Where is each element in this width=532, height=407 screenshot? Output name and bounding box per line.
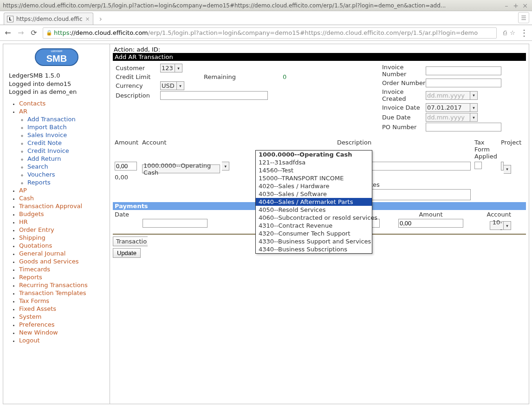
- dropdown-option[interactable]: 4330--Business Support and Services: [256, 237, 372, 245]
- nav-item[interactable]: Contacts: [19, 100, 108, 107]
- dropdown-option[interactable]: 4030--Sales / Software: [256, 190, 372, 198]
- nav-item[interactable]: Goods and Services: [19, 258, 108, 265]
- nav-link[interactable]: Quotations: [19, 242, 52, 249]
- currency-select-button[interactable]: [177, 81, 184, 90]
- line-amount-input[interactable]: [115, 162, 137, 171]
- nav-item[interactable]: Quotations: [19, 242, 108, 249]
- nav-item[interactable]: General Journal: [19, 250, 108, 257]
- tab-close-icon[interactable]: ×: [83, 16, 90, 22]
- nav-link[interactable]: Transaction Approval: [19, 203, 82, 210]
- nav-item[interactable]: HR: [19, 218, 108, 225]
- subnav-item[interactable]: Credit Invoice: [27, 147, 108, 154]
- nav-link[interactable]: Fixed Assets: [19, 305, 56, 312]
- po-number-input[interactable]: [426, 123, 501, 131]
- subnav-item[interactable]: Reports: [27, 179, 108, 186]
- nav-link[interactable]: System: [19, 313, 41, 320]
- nav-item[interactable]: Preferences: [19, 321, 108, 328]
- subnav-item[interactable]: Sales Invoice: [27, 131, 108, 138]
- nav-item[interactable]: Fixed Assets: [19, 305, 108, 312]
- reload-button[interactable]: ⟳: [30, 28, 38, 37]
- nav-link[interactable]: Timecards: [19, 266, 50, 273]
- browser-tab[interactable]: L https://demo.cloud.effic ×: [4, 13, 93, 25]
- subnav-item[interactable]: Import Batch: [27, 124, 108, 131]
- due-date-input[interactable]: dd.mm.yyyy: [426, 113, 470, 122]
- nav-item[interactable]: Logout: [19, 337, 108, 344]
- tax-form-checkbox[interactable]: [474, 162, 482, 169]
- subnav-link[interactable]: Search: [27, 163, 48, 170]
- nav-link[interactable]: Preferences: [19, 321, 54, 328]
- nav-link[interactable]: Shipping: [19, 234, 45, 241]
- dropdown-option[interactable]: 4320--Consumer Tech Support: [256, 230, 372, 237]
- nav-link[interactable]: General Journal: [19, 250, 65, 257]
- nav-link[interactable]: Recurring Transactions: [19, 282, 88, 289]
- nav-link[interactable]: Contacts: [19, 100, 45, 107]
- nav-link[interactable]: Transaction Templates: [19, 289, 86, 296]
- site-info-icon[interactable]: ⎙: [503, 29, 507, 36]
- address-bar[interactable]: 🔒 https ://demo.cloud.efficito.com /erp/…: [43, 27, 497, 39]
- subnav-link[interactable]: Credit Note: [27, 139, 62, 146]
- dropdown-option[interactable]: 1000.0000--Operating Cash: [256, 151, 372, 158]
- nav-item[interactable]: Tax Forms: [19, 297, 108, 304]
- invoice-created-input[interactable]: dd.mm.yyyy: [426, 91, 470, 100]
- subnav-item[interactable]: Add Return: [27, 155, 108, 162]
- nav-item[interactable]: Recurring Transactions: [19, 282, 108, 289]
- customer-select-button[interactable]: [175, 64, 182, 72]
- dropdown-option[interactable]: 4060--Subcontracted or resold services: [256, 214, 372, 222]
- bookmark-star-icon[interactable]: ☆: [510, 29, 515, 36]
- dropdown-option[interactable]: 4020--Sales / Hardware: [256, 182, 372, 190]
- dropdown-option[interactable]: 4310--Contract Revenue: [256, 222, 372, 230]
- window-close-button[interactable]: ×: [521, 2, 529, 9]
- subnav-link[interactable]: Vouchers: [27, 171, 55, 178]
- nav-item[interactable]: ARAdd TransactionImport BatchSales Invoi…: [19, 108, 108, 186]
- subnav-item[interactable]: Add Transaction: [27, 116, 108, 123]
- nav-link[interactable]: Reports: [19, 274, 42, 281]
- nav-item[interactable]: AP: [19, 187, 108, 194]
- dropdown-option[interactable]: 4040--Sales / Aftermarket Parts: [256, 198, 372, 206]
- line-account-select[interactable]: 1000.0000--Operating Cash: [142, 164, 220, 173]
- due-date-picker-button[interactable]: [470, 113, 478, 122]
- nav-item[interactable]: New Window: [19, 329, 108, 336]
- nav-link[interactable]: HR: [19, 218, 28, 225]
- description-input[interactable]: [160, 91, 268, 100]
- customer-select[interactable]: 123: [160, 64, 175, 72]
- project-select-button[interactable]: [504, 165, 511, 174]
- payment-source-input[interactable]: [143, 219, 208, 228]
- nav-link[interactable]: Cash: [19, 195, 34, 202]
- new-tab-button[interactable]: ›: [96, 14, 105, 23]
- account-dropdown-list[interactable]: 1000.0000--Operating Cash121--31sadfdsa1…: [255, 150, 372, 254]
- payment-account-select-button[interactable]: [504, 221, 511, 230]
- nav-link[interactable]: Goods and Services: [19, 258, 79, 265]
- back-button[interactable]: ←: [4, 28, 12, 37]
- nav-item[interactable]: Budgets: [19, 210, 108, 217]
- invoice-date-input[interactable]: 07.01.2017: [426, 103, 470, 112]
- line-account-select-button[interactable]: [222, 162, 229, 171]
- nav-link[interactable]: Logout: [19, 337, 40, 344]
- nav-link[interactable]: New Window: [19, 329, 58, 336]
- nav-link[interactable]: Budgets: [19, 210, 44, 217]
- update-button[interactable]: Update: [113, 248, 141, 258]
- subnav-link[interactable]: Reports: [27, 179, 51, 186]
- subnav-link[interactable]: Credit Invoice: [27, 147, 69, 154]
- nav-link[interactable]: Tax Forms: [19, 297, 49, 304]
- nav-item[interactable]: System: [19, 313, 108, 320]
- dropdown-option[interactable]: 4050--Resold Services: [256, 206, 372, 214]
- nav-link[interactable]: AR: [19, 108, 27, 115]
- subnav-item[interactable]: Search: [27, 163, 108, 170]
- browser-profile-button[interactable]: ☰: [518, 12, 529, 23]
- dropdown-option[interactable]: 15000--TRANSPORT INCOME: [256, 174, 372, 182]
- window-maximize-button[interactable]: +: [512, 2, 520, 9]
- nav-item[interactable]: Timecards: [19, 266, 108, 273]
- payment-account-select[interactable]: 10--: [490, 221, 504, 230]
- subnav-link[interactable]: Sales Invoice: [27, 131, 67, 138]
- subnav-link[interactable]: Add Return: [27, 155, 61, 162]
- nav-link[interactable]: AP: [19, 187, 27, 194]
- browser-menu-button[interactable]: ⋮: [520, 28, 528, 38]
- subnav-link[interactable]: Import Batch: [27, 124, 67, 131]
- payment-amount-input[interactable]: [398, 219, 463, 228]
- nav-item[interactable]: Order Entry: [19, 226, 108, 233]
- dropdown-option[interactable]: 4340--Business Subscriptions: [256, 245, 372, 253]
- nav-item[interactable]: Transaction Templates: [19, 289, 108, 296]
- subnav-item[interactable]: Credit Note: [27, 139, 108, 146]
- currency-select[interactable]: USD: [160, 81, 177, 90]
- subnav-link[interactable]: Add Transaction: [27, 116, 76, 123]
